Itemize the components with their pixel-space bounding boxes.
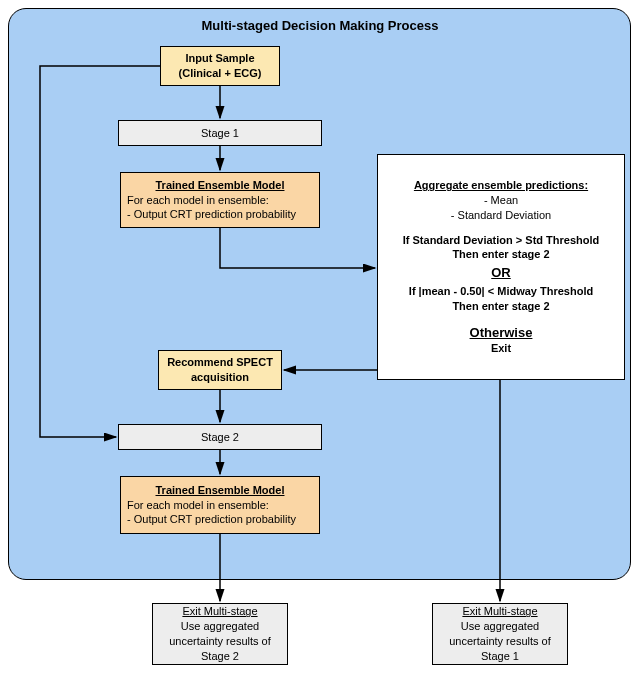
dec-c1a: If Standard Deviation > Std Threshold: [403, 233, 600, 248]
exit1-l3: Stage 1: [481, 649, 519, 664]
input-sample-box: Input Sample (Clinical + ECG): [160, 46, 280, 86]
exit-stage2-box: Exit Multi-stage Use aggregated uncertai…: [152, 603, 288, 665]
ensemble1-box: Trained Ensemble Model For each model in…: [120, 172, 320, 228]
dec-a2: - Standard Deviation: [451, 208, 551, 223]
ens2-l1: For each model in ensemble:: [127, 498, 269, 513]
diagram-title: Multi-staged Decision Making Process: [0, 18, 640, 33]
exit2-t: Exit Multi-stage: [182, 604, 257, 619]
ensemble2-box: Trained Ensemble Model For each model in…: [120, 476, 320, 534]
dec-c1b: Then enter stage 2: [452, 247, 549, 262]
exit1-t: Exit Multi-stage: [462, 604, 537, 619]
exit-stage1-box: Exit Multi-stage Use aggregated uncertai…: [432, 603, 568, 665]
decision-box: Aggregate ensemble predictions: - Mean -…: [377, 154, 625, 380]
dec-c2a: If |mean - 0.50| < Midway Threshold: [409, 284, 593, 299]
stage1-box: Stage 1: [118, 120, 322, 146]
ens1-title: Trained Ensemble Model: [156, 178, 285, 193]
dec-title: Aggregate ensemble predictions:: [414, 178, 588, 193]
dec-or: OR: [491, 264, 511, 282]
spect-box: Recommend SPECT acquisition: [158, 350, 282, 390]
spect-l2: acquisition: [191, 370, 249, 385]
ens2-l2: - Output CRT prediction probability: [127, 512, 296, 527]
stage2-box: Stage 2: [118, 424, 322, 450]
exit2-l2: uncertainty results of: [169, 634, 271, 649]
dec-c2b: Then enter stage 2: [452, 299, 549, 314]
spect-l1: Recommend SPECT: [167, 355, 273, 370]
exit2-l1: Use aggregated: [181, 619, 259, 634]
dec-ex: Exit: [491, 341, 511, 356]
stage2-label: Stage 2: [201, 430, 239, 445]
stage1-label: Stage 1: [201, 126, 239, 141]
exit1-l2: uncertainty results of: [449, 634, 551, 649]
ens1-l1: For each model in ensemble:: [127, 193, 269, 208]
exit2-l3: Stage 2: [201, 649, 239, 664]
exit1-l1: Use aggregated: [461, 619, 539, 634]
dec-oth: Otherwise: [470, 324, 533, 342]
input-l1: Input Sample: [185, 51, 254, 66]
dec-a1: - Mean: [484, 193, 518, 208]
ens1-l2: - Output CRT prediction probability: [127, 207, 296, 222]
input-l2: (Clinical + ECG): [179, 66, 262, 81]
ens2-title: Trained Ensemble Model: [156, 483, 285, 498]
